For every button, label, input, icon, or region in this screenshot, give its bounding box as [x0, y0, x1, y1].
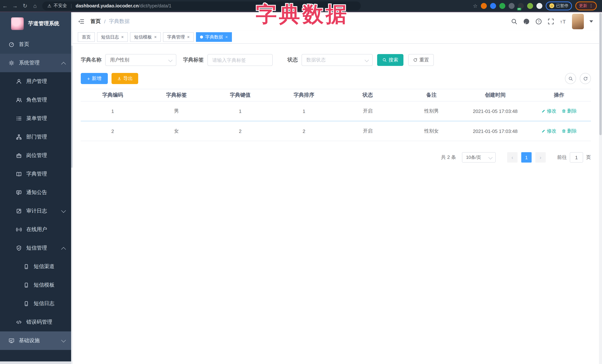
add-button[interactable]: + 新增 [81, 73, 108, 84]
green-check-extension-icon[interactable] [499, 3, 505, 9]
browser-forward-icon[interactable]: → [10, 3, 20, 9]
main-area: 首页 / 字典数据 ?TT 首页短信日志×短信模板×字典管理×字典数据× 字典名… [73, 12, 599, 364]
sidebar-item-3[interactable]: 角色管理 [0, 91, 73, 109]
tab-close-icon[interactable]: × [225, 34, 228, 40]
update-label: 更新 [579, 3, 587, 9]
dict-label-input[interactable] [207, 54, 273, 66]
sidebar-item-13[interactable]: 短信模板 [0, 276, 73, 294]
sidebar-item-0[interactable]: 首页 [0, 35, 73, 54]
refresh-table-button[interactable] [580, 73, 591, 84]
sidebar-item-5[interactable]: 部门管理 [0, 128, 73, 146]
refresh-icon [583, 76, 588, 81]
browser-home-icon[interactable]: ⌂ [30, 3, 40, 9]
search-icon[interactable] [511, 18, 517, 25]
browser-right-cluster: ☆ on ☺ 已暂停 更新 ⋮ [473, 1, 597, 10]
tab-close-icon[interactable]: × [154, 34, 157, 40]
chrome-update-button[interactable]: 更新 ⋮ [575, 1, 597, 10]
browser-reload-icon[interactable]: ↻ [20, 2, 30, 9]
sidebar-item-8[interactable]: 通知公告 [0, 183, 73, 202]
edit-link[interactable]: 修改 [541, 128, 556, 135]
export-button[interactable]: 导出 [111, 73, 138, 84]
shield-icon [16, 245, 22, 251]
table-cell: 2 [272, 128, 336, 134]
sidebar-item-2[interactable]: 用户管理 [0, 72, 73, 91]
refresh-icon [413, 58, 418, 62]
breadcrumb-separator: / [104, 19, 106, 24]
sidebar-item-12[interactable]: 短信渠道 [0, 257, 73, 276]
goto-page-input[interactable] [570, 152, 583, 163]
delete-link[interactable]: 删除 [562, 128, 577, 135]
sidebar-fold-icon[interactable] [78, 18, 85, 25]
sidebar-item-10[interactable]: 在线用户 [0, 220, 73, 239]
sidebar-item-label: 岗位管理 [26, 152, 47, 159]
sidebar-item-14[interactable]: 短信日志 [0, 294, 73, 313]
tab-2[interactable]: 短信模板× [130, 32, 161, 42]
tab-close-icon[interactable]: × [121, 34, 124, 40]
reset-button-label: 重置 [419, 57, 429, 63]
reset-button[interactable]: 重置 [408, 54, 434, 66]
blue-gem-extension-icon[interactable] [490, 3, 496, 9]
sidebar-logo[interactable]: 芋道管理系统 [0, 12, 73, 35]
goto-label: 前往 [557, 154, 567, 161]
page-number-button[interactable]: 1 [521, 152, 532, 163]
tab-4[interactable]: 字典数据× [196, 32, 232, 42]
page-scrollbar[interactable] [599, 12, 602, 364]
puzzle-extension-icon[interactable] [537, 3, 542, 9]
sidebar-item-15[interactable]: 错误码管理 [0, 313, 73, 332]
table-column-header: 字典编码 [81, 92, 144, 98]
dark-on-extension-icon[interactable]: on [518, 3, 524, 9]
profile-paused-badge[interactable]: ☺ 已暂停 [546, 1, 572, 10]
scrollbar-thumb[interactable] [599, 13, 602, 135]
breadcrumb-home[interactable]: 首页 [90, 18, 101, 25]
avatar-caret-icon[interactable] [589, 20, 593, 23]
search-button[interactable]: 搜索 [377, 54, 403, 66]
delete-link[interactable]: 删除 [562, 108, 577, 114]
sidebar-item-label: 系统管理 [19, 60, 40, 66]
table-cell: 女 [144, 128, 208, 135]
tab-3[interactable]: 字典管理× [163, 32, 194, 42]
dict-name-select[interactable]: 用户性别 [105, 54, 176, 66]
tab-0[interactable]: 首页 [78, 32, 95, 42]
page-size-select[interactable]: 10条/页 [462, 152, 496, 163]
phone-icon [23, 301, 30, 307]
table-header-row: 字典编码字典标签字典键值字典排序状态备注创建时间操作 [81, 89, 591, 102]
delete-icon [562, 129, 566, 133]
action-label: 删除 [567, 128, 577, 135]
svg-text:T: T [563, 19, 566, 25]
table-column-header: 字典排序 [272, 92, 336, 98]
sidebar-item-7[interactable]: 字典管理 [0, 165, 73, 183]
github-icon[interactable] [523, 18, 530, 25]
edit-link[interactable]: 修改 [541, 108, 556, 114]
chevron-down-icon [61, 338, 66, 342]
sidebar-item-11[interactable]: 短信管理 [0, 239, 73, 257]
sidebar-item-1[interactable]: 系统管理 [0, 54, 73, 72]
phone-icon [23, 264, 30, 270]
toggle-search-button[interactable] [565, 73, 576, 84]
sidebar-item-9[interactable]: 审计日志 [0, 202, 73, 220]
sidebar-item-4[interactable]: 菜单管理 [0, 109, 73, 128]
status-select[interactable]: 数据状态 [301, 54, 373, 66]
browser-menu-icon[interactable]: ⋮ [589, 3, 593, 8]
font-size-icon[interactable]: TT [560, 18, 566, 25]
sidebar-item-16[interactable]: 基础设施 [0, 332, 73, 350]
chevron-up-icon [61, 247, 66, 252]
megaphone-icon [16, 190, 22, 196]
sidebar-item-label: 字典管理 [26, 171, 47, 177]
bookmark-star-icon[interactable]: ☆ [473, 3, 478, 9]
address-bar[interactable]: ⚠ 不安全 | dashboard.yudao.iocoder.cn /dict… [42, 1, 361, 10]
prev-page-button[interactable]: ‹ [507, 152, 517, 163]
browser-back-icon[interactable]: ← [0, 3, 10, 9]
fullscreen-icon[interactable] [548, 18, 554, 25]
sliders-extension-icon[interactable] [509, 3, 515, 9]
orange-ring-extension-icon[interactable] [481, 3, 487, 9]
tab-close-icon[interactable]: × [187, 34, 190, 40]
search-icon [382, 58, 387, 62]
sidebar-item-6[interactable]: 岗位管理 [0, 146, 73, 165]
sidebar-scrollbar[interactable] [71, 12, 73, 364]
fold-icon [78, 18, 85, 25]
question-icon[interactable]: ? [535, 18, 542, 25]
next-page-button[interactable]: › [535, 152, 546, 163]
user-avatar[interactable] [572, 14, 584, 29]
tab-1[interactable]: 短信日志× [97, 32, 128, 42]
green-leaf-extension-icon[interactable] [527, 3, 533, 9]
